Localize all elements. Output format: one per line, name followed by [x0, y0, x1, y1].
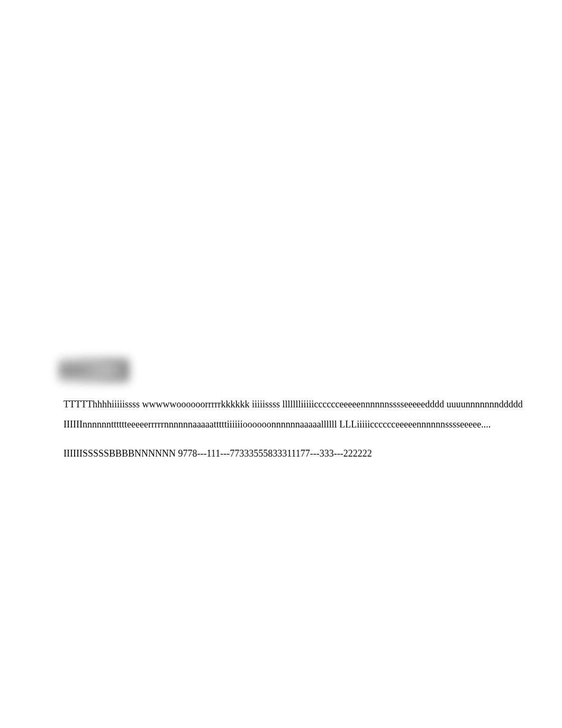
license-text-line-1: TTTTThhhhiiiiissss wwwwwoooooorrrrrkkkkk… — [64, 399, 523, 410]
cc-license-logo — [58, 356, 130, 385]
license-text-line-2: IIIIIInnnnnntttttteeeeerrrrrnnnnnnaaaaat… — [64, 419, 491, 430]
document-page: TTTTThhhhiiiiissss wwwwwoooooorrrrrkkkkk… — [0, 0, 562, 728]
isbn-line: IIIIIISSSSSBBBBNNNNNN 9778---111---77333… — [64, 448, 372, 459]
